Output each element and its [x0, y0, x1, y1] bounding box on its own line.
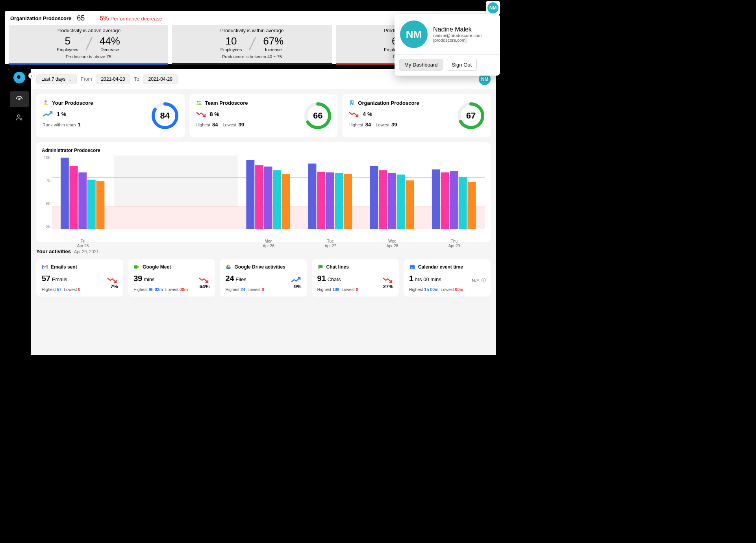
your-prodoscore-card: Your Prodoscore 1 % Rank within team 1 8… — [36, 94, 185, 137]
svg-text:31: 31 — [411, 267, 413, 269]
svg-rect-27 — [78, 172, 87, 229]
org-score-delta: ↓ 5% Performance decrease — [96, 15, 162, 22]
activities-heading: Your activities — [36, 248, 71, 254]
svg-rect-38 — [335, 173, 343, 229]
activity-card-emails: Emails sent 57 Emails 7% Highest 57 Lowe… — [36, 259, 123, 297]
info-icon: ⓘ — [481, 277, 486, 284]
activity-delta: 7% — [107, 276, 118, 289]
gauge: 67 — [457, 102, 485, 130]
tile-title: Productivity is within average — [220, 28, 284, 33]
app-frame: › Last 7 days ⌄ From 2021-04-23 To 2021-… — [8, 69, 496, 355]
svg-rect-47 — [450, 171, 458, 229]
svg-rect-30 — [246, 160, 254, 229]
svg-point-6 — [199, 101, 200, 102]
svg-rect-40 — [370, 166, 378, 229]
svg-rect-52 — [47, 265, 48, 269]
nav-dashboard[interactable] — [10, 91, 29, 107]
logo-icon[interactable] — [13, 72, 25, 83]
date-range-select[interactable]: Last 7 days ⌄ — [36, 74, 77, 84]
admin-prodoscore-chart: Administrator Prodoscore 100755025 FriAp… — [36, 142, 491, 242]
activity-card-meet: Google Meet 39 mins 64% Highest 9h 02m L… — [128, 259, 215, 297]
divider-icon — [84, 37, 94, 50]
activity-delta: 64% — [198, 276, 209, 289]
svg-point-5 — [197, 101, 198, 102]
activity-card-drive: Google Drive activities 24 Files 9% High… — [220, 259, 307, 297]
svg-rect-44 — [406, 180, 414, 229]
svg-rect-13 — [352, 102, 353, 103]
svg-rect-45 — [432, 169, 440, 229]
productivity-tile: Productivity is above average 5Employees… — [9, 25, 168, 65]
svg-rect-49 — [467, 182, 476, 229]
building-icon — [348, 100, 355, 106]
nav-people[interactable] — [10, 109, 29, 125]
svg-rect-55 — [410, 265, 415, 266]
svg-rect-28 — [87, 180, 96, 229]
org-score-value: 65 — [77, 14, 85, 22]
divider-icon — [247, 37, 258, 50]
user-email: nadine@prodoscore.com — [433, 33, 482, 38]
svg-rect-35 — [308, 163, 317, 229]
org-score-label: Organization Prodoscore — [10, 15, 71, 21]
arrow-down-icon: ↓ — [96, 16, 98, 22]
na-badge: N/A ⓘ — [472, 277, 486, 284]
svg-rect-31 — [255, 165, 263, 229]
from-label: From — [81, 76, 92, 82]
activity-card-chat: Chat lines 91 Chats 27% Highest 108 Lowe… — [312, 259, 399, 297]
svg-rect-32 — [264, 167, 272, 229]
svg-rect-39 — [344, 174, 352, 229]
calendar-icon: 31 — [409, 264, 415, 270]
meet-icon — [133, 264, 140, 270]
chevron-down-icon: ⌄ — [69, 77, 72, 82]
gmail-icon — [42, 264, 48, 270]
activity-card-calendar: 31Calendar event time 1 hrs 00 mins N/A … — [404, 259, 491, 297]
svg-point-2 — [44, 100, 46, 102]
tile-title: Productivity is above average — [56, 28, 120, 33]
svg-rect-36 — [317, 172, 325, 229]
svg-rect-11 — [352, 101, 353, 102]
org-prodoscore-card: Organization Prodoscore 4 % Highest 84Lo… — [342, 94, 491, 137]
svg-rect-29 — [96, 181, 105, 229]
expand-sidebar-button[interactable]: › — [28, 72, 35, 79]
user-popover: NM Nadine Malek nadine@prodoscore.com [p… — [395, 14, 500, 76]
svg-rect-26 — [70, 166, 78, 229]
from-date-input[interactable]: 2021-04-23 — [96, 74, 130, 84]
svg-rect-34 — [282, 174, 290, 229]
svg-rect-46 — [441, 172, 449, 229]
user-domain: [prodoscore.com] — [433, 38, 482, 43]
svg-rect-42 — [388, 173, 396, 229]
productivity-tile: Productivity is within average 10Employe… — [172, 25, 332, 65]
svg-rect-48 — [459, 177, 467, 229]
sidebar: › — [8, 69, 31, 355]
activity-delta: 27% — [382, 276, 393, 289]
gauge: 84 — [151, 102, 179, 130]
team-icon — [196, 100, 202, 106]
to-date-input[interactable]: 2021-04-29 — [143, 74, 177, 84]
person-icon — [43, 100, 49, 106]
svg-rect-25 — [61, 158, 69, 229]
svg-rect-33 — [273, 170, 281, 229]
user-icon — [15, 113, 23, 121]
avatar-large: NM — [400, 20, 428, 48]
svg-rect-53 — [134, 265, 138, 269]
chart-title: Administrator Prodoscore — [42, 148, 485, 153]
sign-out-button[interactable]: Sign Out — [447, 59, 477, 71]
avatar-badge: NM — [486, 1, 500, 15]
team-prodoscore-card: Team Prodoscore 8 % Highest 84Lowest 39 … — [189, 94, 338, 137]
my-dashboard-button[interactable]: My Dashboard — [399, 59, 443, 71]
svg-rect-14 — [351, 104, 352, 105]
activity-delta: 9% — [291, 276, 302, 289]
svg-rect-41 — [379, 170, 387, 229]
svg-rect-10 — [351, 101, 352, 102]
svg-point-0 — [17, 115, 20, 117]
to-label: To — [134, 76, 139, 82]
gauge-icon — [15, 95, 23, 103]
svg-point-1 — [20, 119, 22, 120]
svg-rect-43 — [397, 174, 405, 229]
user-name: Nadine Malek — [433, 26, 482, 33]
svg-rect-37 — [326, 172, 334, 229]
svg-rect-12 — [351, 102, 352, 103]
gauge: 66 — [304, 102, 332, 130]
drive-icon — [225, 264, 232, 270]
activities-date: Apr 29, 2021 — [74, 249, 99, 254]
avatar[interactable]: NM — [487, 2, 498, 13]
